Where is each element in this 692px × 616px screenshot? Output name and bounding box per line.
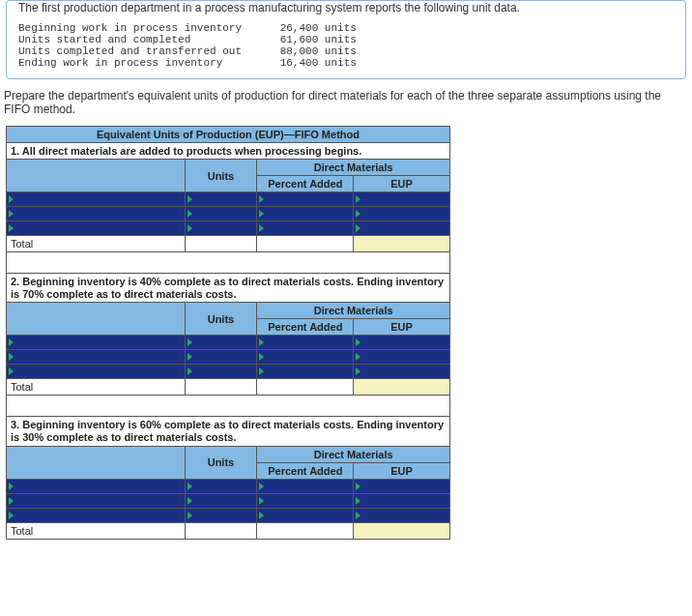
s1-r2-label-input[interactable] [7,207,186,221]
units-header: Units [185,160,257,192]
units-header-2: Units [185,303,257,336]
section-3-heading: 3. Beginning inventory is 60% complete a… [7,417,450,446]
spacer-1 [7,252,450,274]
s1-r2-pct-input[interactable] [257,207,354,221]
s2-r2-eup-input[interactable] [354,350,450,365]
s1-r1-units-input[interactable] [185,192,257,207]
s3-total-label: Total [7,522,186,539]
s3-r3-units-input[interactable] [185,508,257,522]
s2-total-pct-cell [257,379,354,396]
table-title: Equivalent Units of Production (EUP)—FIF… [7,127,450,143]
section-2-heading: 2. Beginning inventory is 40% complete a… [7,274,450,303]
s1-r3-eup-input[interactable] [354,221,450,236]
s2-r3-label-input[interactable] [7,365,186,379]
s2-r3-units-input[interactable] [185,365,257,379]
s1-r2-eup-input[interactable] [354,207,450,221]
unit-data-line-2: Units started and completed 61,600 units [18,34,357,45]
section-2-heading-row: 2. Beginning inventory is 40% complete a… [7,274,450,303]
s1-r3-units-input[interactable] [185,221,257,236]
s3-r1-units-input[interactable] [185,479,257,493]
dm-header-2: Direct Materials [257,303,450,319]
s2-r2-label-input[interactable] [7,350,186,365]
s1-r1-eup-input[interactable] [354,192,450,207]
s3-input-row-3 [7,508,450,522]
s3-r2-label-input[interactable] [7,493,186,508]
section-1-header-row-1: Units Direct Materials [7,160,450,176]
spacer-2 [7,396,450,417]
s2-r3-pct-input[interactable] [257,365,354,379]
dm-header-3: Direct Materials [257,446,450,462]
s1-r1-pct-input[interactable] [257,192,354,207]
section-2-header-row-1: Units Direct Materials [7,303,450,319]
problem-statement-box: The first production department in a pro… [6,0,686,79]
problem-intro-text: The first production department in a pro… [18,1,674,15]
units-header-3: Units [185,446,257,479]
s1-r1-label-input[interactable] [7,192,186,207]
instructions-text: Prepare the department's equivalent unit… [4,89,686,116]
s2-total-label: Total [7,379,186,396]
s1-input-row-1 [7,192,450,207]
s3-r1-label-input[interactable] [7,479,186,493]
s3-r3-pct-input[interactable] [257,508,354,522]
s2-r1-eup-input[interactable] [354,336,450,350]
eup-table: Equivalent Units of Production (EUP)—FIF… [6,126,450,540]
s2-r2-pct-input[interactable] [257,350,354,365]
section-1-heading: 1. All direct materials are added to pro… [7,143,450,160]
s2-r1-units-input[interactable] [185,336,257,350]
s2-input-row-2 [7,350,450,365]
s3-r1-eup-input[interactable] [354,479,450,493]
s3-total-eup-cell [354,522,450,539]
s3-r1-pct-input[interactable] [257,479,354,493]
pct-header-3: Percent Added [257,462,354,479]
section-3-header-row-1: Units Direct Materials [7,446,450,462]
s3-r2-pct-input[interactable] [257,493,354,508]
s2-r3-eup-input[interactable] [354,365,450,379]
s3-total-units-input[interactable] [185,522,257,539]
s2-r1-pct-input[interactable] [257,336,354,350]
s2-input-row-3 [7,365,450,379]
dm-header: Direct Materials [257,160,450,176]
unit-data-line-3: Units completed and transferred out 88,0… [18,45,357,57]
s3-input-row-1 [7,479,450,493]
s1-total-eup-cell [354,236,450,252]
s1-total-pct-cell [257,236,354,252]
eup-header: EUP [354,176,450,192]
s3-r2-eup-input[interactable] [354,493,450,508]
s1-total-label: Total [7,236,186,252]
s3-total-row: Total [7,522,450,539]
table-title-row: Equivalent Units of Production (EUP)—FIF… [7,127,450,143]
s3-r3-label-input[interactable] [7,508,186,522]
s1-input-row-2 [7,207,450,221]
section-3-heading-row: 3. Beginning inventory is 60% complete a… [7,417,450,446]
s2-r2-units-input[interactable] [185,350,257,365]
s2-total-row: Total [7,379,450,396]
pct-header: Percent Added [257,176,354,192]
unit-data-block: Beginning work in process inventory 26,4… [18,22,674,69]
s3-input-row-2 [7,493,450,508]
s3-total-pct-cell [257,522,354,539]
pct-header-2: Percent Added [257,319,354,336]
s3-r2-units-input[interactable] [185,493,257,508]
s2-r1-label-input[interactable] [7,336,186,350]
eup-header-2: EUP [354,319,450,336]
section-1-heading-row: 1. All direct materials are added to pro… [7,143,450,160]
eup-header-3: EUP [354,462,450,479]
s2-input-row-1 [7,336,450,350]
s2-total-units-input[interactable] [185,379,257,396]
s1-r3-pct-input[interactable] [257,221,354,236]
s1-total-units-input[interactable] [185,236,257,252]
unit-data-line-1: Beginning work in process inventory 26,4… [18,22,357,34]
s1-r3-label-input[interactable] [7,221,186,236]
unit-data-line-4: Ending work in process inventory 16,400 … [18,57,357,69]
blank-header-2 [7,303,186,336]
s1-input-row-3 [7,221,450,236]
s1-r2-units-input[interactable] [185,207,257,221]
s3-r3-eup-input[interactable] [354,508,450,522]
s1-total-row: Total [7,236,450,252]
blank-header-3 [7,446,186,479]
s2-total-eup-cell [354,379,450,396]
blank-header [7,160,186,192]
